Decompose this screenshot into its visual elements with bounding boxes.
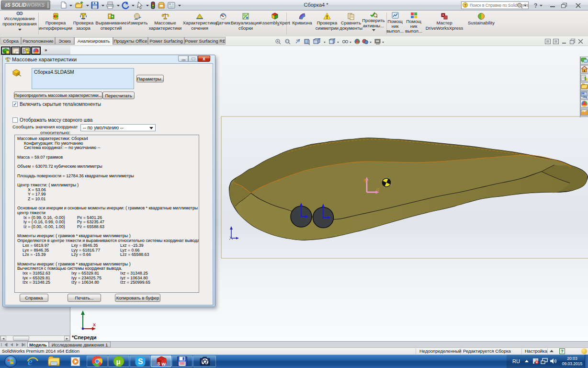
svg-text:X: X	[93, 322, 96, 327]
svg-text:μ: μ	[116, 357, 121, 366]
svg-text:W: W	[162, 362, 166, 367]
svg-text:S: S	[138, 357, 143, 366]
svg-text:Iy: Iy	[363, 178, 367, 183]
svg-text:S: S	[158, 361, 160, 366]
svg-text:Iz: Iz	[376, 187, 380, 192]
svg-text:?: ?	[534, 2, 537, 9]
